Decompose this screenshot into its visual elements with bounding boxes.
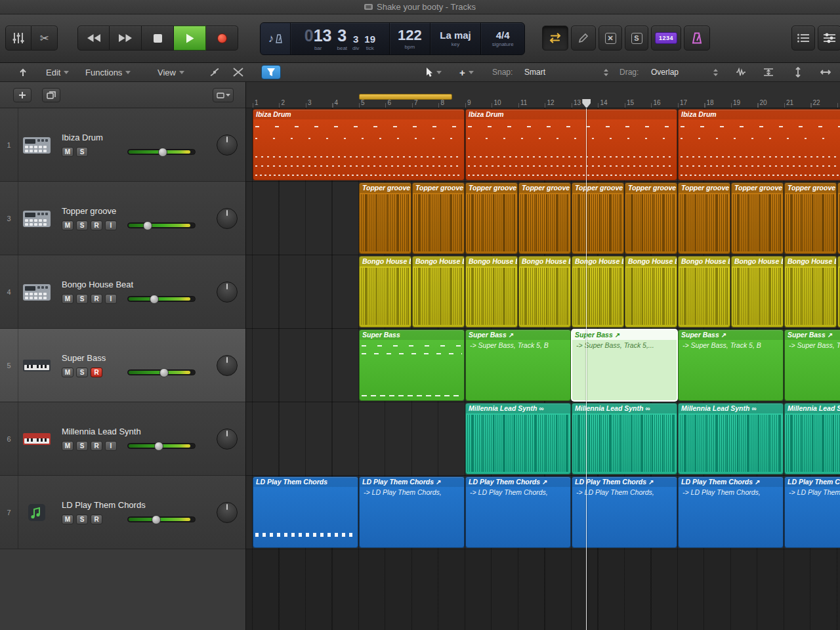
region-bongo-house-beat[interactable]: Bongo House Beat: [518, 256, 571, 327]
add-track-button[interactable]: [13, 88, 32, 102]
volume-slider[interactable]: [127, 516, 196, 522]
region-topper-groove[interactable]: Topper groove: [572, 182, 624, 254]
region-bongo-house-beat[interactable]: Bongo House Beat: [784, 256, 837, 327]
region-ld-play-them-chords[interactable]: LD Play Them Chords↗-> LD Play Them Chor…: [572, 476, 677, 548]
pan-knob[interactable]: [217, 135, 238, 156]
region-millennia-lead-synth[interactable]: Millennia Lead Synth∞: [465, 403, 571, 474]
lcd-display[interactable]: ♪ 013 bar 3 beat 3 div 19 tick 122 bpm: [260, 22, 525, 55]
automation-tool-button[interactable]: [205, 65, 224, 79]
region-ld-play-them-chords[interactable]: LD Play Them Chords↗-> LD Play Them Chor…: [465, 476, 571, 548]
hide-tracks-button[interactable]: [12, 65, 34, 79]
region-ld-play-them-chords[interactable]: LD Play Them Chords↗-> LD Play Them Chor…: [359, 476, 465, 548]
track-header-super-bass[interactable]: 5Super BassMSR: [0, 329, 245, 402]
menu-view[interactable]: View: [158, 65, 184, 79]
stop-button[interactable]: [142, 26, 174, 51]
region-ibiza-drum[interactable]: Ibiza Drum: [465, 109, 677, 180]
crossfade-tool-button[interactable]: [228, 65, 248, 79]
track-header-bongo-house-beat[interactable]: 4Bongo House BeatMSRI: [0, 255, 245, 329]
menu-functions[interactable]: Functions: [85, 65, 131, 79]
lcd-key[interactable]: La maj key: [430, 23, 482, 54]
volume-thumb[interactable]: [150, 295, 159, 304]
input-monitor-button[interactable]: I: [105, 441, 117, 451]
waveform-zoom-button[interactable]: [730, 65, 752, 79]
mute-button[interactable]: M: [62, 514, 74, 524]
count-in-button[interactable]: 1234: [651, 26, 681, 51]
cycle-button[interactable]: [542, 26, 568, 51]
mute-button[interactable]: M: [62, 294, 74, 304]
solo-button[interactable]: S: [76, 441, 88, 451]
controls-panel-button[interactable]: [818, 26, 840, 51]
region-ld-play-them-chords[interactable]: LD Play Them Chords↗-> LD Play Them Chor…: [784, 476, 840, 548]
region-bongo-house-beat[interactable]: Bongo House Beat: [359, 256, 411, 327]
region-topper-groove[interactable]: Topper groove: [837, 182, 840, 254]
midi-filter-button[interactable]: [261, 65, 281, 79]
solo-button[interactable]: S: [76, 147, 88, 157]
pan-knob[interactable]: [217, 502, 238, 523]
region-bongo-house-beat[interactable]: Bongo House Beat: [731, 256, 784, 327]
playhead-marker[interactable]: [582, 99, 591, 108]
region-super-bass[interactable]: Super Bass↗-> Super Bass, Track 5, B: [784, 329, 840, 401]
region-super-bass[interactable]: Super Bass↗-> Super Bass, Track 5, B: [678, 329, 784, 401]
drag-dropdown[interactable]: Overlap: [648, 66, 721, 79]
pan-knob[interactable]: [217, 282, 238, 303]
region-topper-groove[interactable]: Topper groove: [412, 182, 465, 254]
track-header-config-button[interactable]: [213, 88, 234, 102]
region-super-bass[interactable]: Super Bass↗-> Super Bass, Track 5,...: [572, 329, 677, 401]
solo-button[interactable]: S: [76, 294, 88, 304]
region-millennia-lead-synth[interactable]: Millennia Lead Synth∞: [678, 403, 784, 474]
rewind-button[interactable]: [77, 26, 110, 51]
record-arm-button[interactable]: R: [91, 368, 102, 377]
region-topper-groove[interactable]: Topper groove: [518, 182, 571, 254]
input-monitor-button[interactable]: I: [105, 294, 117, 304]
track-header-millennia-lead-synth[interactable]: 6Millennia Lead SynthMSRI: [0, 402, 245, 476]
volume-thumb[interactable]: [159, 368, 169, 377]
pointer-tool-selector[interactable]: [425, 65, 442, 79]
region-ld-play-them-chords[interactable]: LD Play Them Chords: [253, 476, 358, 548]
list-editors-button[interactable]: [791, 26, 815, 51]
play-button[interactable]: [174, 26, 206, 51]
volume-thumb[interactable]: [143, 221, 152, 230]
record-button[interactable]: [206, 26, 238, 51]
snap-dropdown[interactable]: Smart: [522, 66, 611, 79]
volume-thumb[interactable]: [158, 148, 167, 157]
master-mute-button[interactable]: ✕: [598, 26, 622, 51]
region-bongo-house-beat[interactable]: Bongo House Beat: [678, 256, 730, 327]
cycle-region[interactable]: [359, 94, 452, 100]
track-header-topper-groove[interactable]: 3Topper grooveMSRI: [0, 182, 245, 255]
auto-track-zoom-button[interactable]: [757, 65, 780, 79]
region-topper-groove[interactable]: Topper groove: [625, 182, 677, 254]
mute-button[interactable]: M: [62, 368, 74, 377]
duplicate-track-button[interactable]: [42, 88, 60, 102]
metronome-button[interactable]: [684, 26, 710, 51]
pan-knob[interactable]: [217, 355, 238, 376]
volume-slider[interactable]: [127, 369, 196, 375]
volume-slider[interactable]: [127, 149, 196, 155]
input-monitor-button[interactable]: I: [105, 220, 117, 230]
record-arm-button[interactable]: R: [91, 294, 102, 304]
lcd-signature[interactable]: 4/4 signature: [481, 23, 524, 54]
record-arm-button[interactable]: R: [91, 220, 102, 230]
region-ld-play-them-chords[interactable]: LD Play Them Chords↗-> LD Play Them Chor…: [678, 476, 784, 548]
solo-button[interactable]: S: [76, 368, 88, 377]
region-bongo-house-beat[interactable]: Bongo House Beat: [412, 256, 465, 327]
vertical-zoom-button[interactable]: [788, 65, 808, 79]
mixer-button[interactable]: [5, 26, 32, 51]
volume-slider[interactable]: [127, 222, 196, 228]
record-arm-button[interactable]: R: [91, 514, 102, 524]
lcd-tempo[interactable]: 122 bpm: [390, 23, 430, 54]
solo-button[interactable]: S: [76, 514, 88, 524]
track-header-ibiza-drum[interactable]: 1Ibiza DrumMS: [0, 108, 245, 182]
horizontal-zoom-button[interactable]: [815, 65, 836, 79]
master-solo-button[interactable]: S: [625, 26, 648, 51]
region-bongo-house-beat[interactable]: Bongo House Beat: [465, 256, 518, 327]
secondary-tool-selector[interactable]: +: [459, 65, 474, 79]
bar-ruler[interactable]: 12345678910111213141516171819202122: [246, 82, 840, 108]
region-topper-groove[interactable]: Topper groove: [359, 182, 411, 254]
lcd-display-mode-button[interactable]: ♪: [261, 23, 291, 54]
region-topper-groove[interactable]: Topper groove: [678, 182, 730, 254]
region-bongo-house-beat[interactable]: Bongo House Beat: [572, 256, 624, 327]
region-millennia-lead-synth[interactable]: Millennia Lead Synth∞: [784, 403, 840, 474]
autopunch-button[interactable]: [571, 26, 596, 51]
mute-button[interactable]: M: [62, 220, 74, 230]
menu-edit[interactable]: Edit: [46, 65, 69, 79]
